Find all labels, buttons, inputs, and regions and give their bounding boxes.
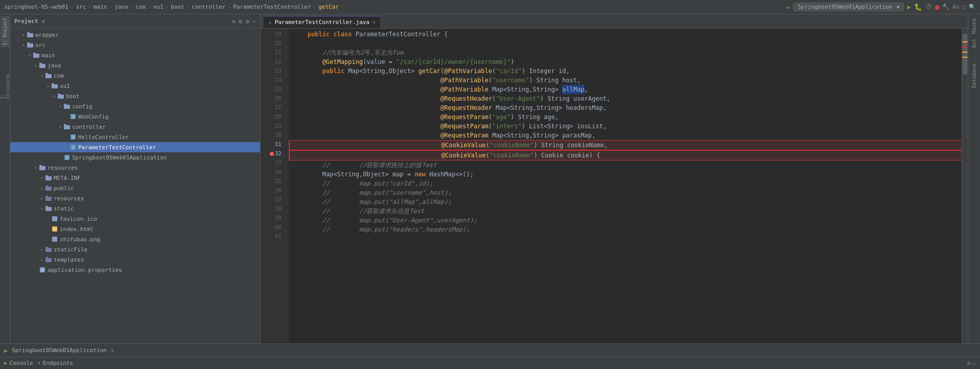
folder-arrow-icon: ▾ bbox=[20, 32, 27, 38]
breadcrumb-item-2[interactable]: main bbox=[94, 4, 107, 10]
settings-gear-icon[interactable]: ⚙ bbox=[967, 360, 971, 366]
stop-icon[interactable]: ■ bbox=[935, 3, 939, 11]
code-line-32: @CookieValue("cookieName") Cookie cookie… bbox=[289, 150, 962, 160]
code-line-36: // map.put("username",host); bbox=[293, 188, 962, 197]
run-config-dropdown[interactable]: Springboot05Web01Application ▼ bbox=[793, 3, 904, 11]
toolbar-right: ↩ Springboot05Web01Application ▼ ▶ 🐛 ⏱ ■… bbox=[786, 3, 976, 11]
breadcrumb-sep-0: › bbox=[71, 4, 74, 10]
locate-icon[interactable]: ⊕ bbox=[232, 18, 236, 25]
breadcrumb-item-1[interactable]: src bbox=[76, 4, 86, 10]
run-tab-close-icon[interactable]: × bbox=[111, 347, 114, 354]
code-editor[interactable]: public class ParameterTestController { /… bbox=[289, 29, 962, 343]
endpoints-tab[interactable]: ⚡ Endpoints bbox=[37, 360, 73, 366]
svg-rect-3 bbox=[27, 42, 30, 44]
sidebar-item-structure[interactable]: 2: Structure bbox=[1, 68, 10, 99]
scroll-marker-3 bbox=[962, 57, 968, 58]
tree-item-label: favicon.ico bbox=[60, 216, 97, 222]
breadcrumb-item-6[interactable]: boot bbox=[171, 4, 184, 10]
tree-item-java[interactable]: ▾java bbox=[10, 60, 260, 71]
svg-text:J: J bbox=[72, 115, 74, 119]
database-panel-toggle[interactable]: Database bbox=[970, 61, 978, 90]
bottom-bar: ▶ Console ⚡ Endpoints ⚙ — bbox=[0, 357, 980, 369]
folder-arrow-icon: ▸ bbox=[39, 246, 45, 252]
tree-item-index.html[interactable]: Hindex.html bbox=[10, 224, 260, 234]
tree-item-label: xu1 bbox=[60, 83, 70, 89]
breadcrumb-item-5[interactable]: xu1 bbox=[153, 4, 164, 10]
svg-rect-0 bbox=[27, 33, 33, 37]
tree-item-src[interactable]: ▾src bbox=[10, 40, 260, 50]
sidebar-item-project[interactable]: 1: Project bbox=[1, 16, 10, 47]
project-dropdown-icon[interactable]: ▼ bbox=[42, 19, 44, 24]
tab-parameter-test-controller[interactable]: ☕ ParameterTestController.java × bbox=[263, 16, 381, 28]
tree-item-xu1[interactable]: ▾xu1 bbox=[10, 81, 260, 91]
editor-scrollbar[interactable] bbox=[962, 29, 968, 343]
ant-panel-toggle[interactable]: Ant bbox=[970, 37, 978, 50]
run-bar: ▶ Springboot05Web01Application × bbox=[0, 343, 980, 357]
tab-close-icon[interactable]: × bbox=[372, 19, 376, 25]
run-with-coverage-icon[interactable]: ⏱ bbox=[925, 3, 932, 11]
code-line-31: @CookieValue("cookieName") String cookie… bbox=[289, 140, 962, 150]
svg-rect-19 bbox=[64, 124, 66, 126]
settings-icon[interactable]: ⚙ bbox=[246, 18, 249, 25]
tree-item-label: templates bbox=[54, 257, 84, 263]
breadcrumb-item-3[interactable]: java bbox=[114, 4, 128, 10]
tree-item-boot[interactable]: ▾boot bbox=[10, 91, 260, 101]
tree-item-parametertestcontroller[interactable]: JParameterTestController bbox=[10, 142, 260, 152]
folder-arrow-icon: ▾ bbox=[45, 83, 51, 89]
tree-item-controller[interactable]: ▾controller bbox=[10, 122, 260, 132]
tree-item-com[interactable]: ▾com bbox=[10, 71, 260, 81]
tree-item-wrapper[interactable]: ▾wrapper bbox=[10, 30, 260, 40]
tree-item-label: resources bbox=[54, 195, 84, 202]
console-tab[interactable]: ▶ Console bbox=[4, 360, 33, 366]
svg-text:H: H bbox=[54, 228, 56, 231]
breadcrumb-sep-7: › bbox=[228, 4, 231, 10]
tree-item-main[interactable]: ▾main bbox=[10, 50, 260, 60]
build-icon[interactable]: 🔨 bbox=[942, 4, 949, 10]
tree-item-templates[interactable]: ▸templates bbox=[10, 255, 260, 265]
minimize-icon[interactable]: — bbox=[972, 360, 976, 366]
close-panel-icon[interactable]: — bbox=[252, 18, 256, 25]
maven-panel-toggle[interactable]: Maven bbox=[970, 16, 978, 36]
breadcrumb-item-9[interactable]: getCar bbox=[318, 4, 339, 10]
breadcrumb-item-8[interactable]: ParameterTestController bbox=[233, 4, 311, 10]
main-layout: 1: Project 2: Structure Project ▼ ⊕ ⊞ ⚙ … bbox=[0, 14, 980, 343]
line-number-31: 31 bbox=[265, 140, 285, 149]
debug-icon[interactable]: 🐛 bbox=[914, 3, 922, 11]
folder-arrow-icon: ▸ bbox=[39, 257, 45, 263]
tree-item-application.properties[interactable]: Papplication.properties bbox=[10, 265, 260, 275]
breadcrumb-sep-6: › bbox=[186, 4, 190, 10]
tree-item-meta-inf[interactable]: ▾META-INF bbox=[10, 173, 260, 183]
navigate-back-icon[interactable]: ↩ bbox=[786, 3, 790, 11]
tree-item-webconfig[interactable]: JWebConfig bbox=[10, 111, 260, 122]
scroll-marker-2 bbox=[962, 52, 968, 53]
tree-item-springboot05web01application[interactable]: JSpringboot05Web01Application bbox=[10, 152, 260, 163]
folder-file-icon bbox=[45, 256, 52, 263]
tree-item-resources[interactable]: ▸resources bbox=[10, 193, 260, 203]
search-icon[interactable]: 🔍 bbox=[969, 4, 976, 10]
tree-item-staticfile[interactable]: ▸staticFile bbox=[10, 244, 260, 255]
breadcrumb-item-4[interactable]: com bbox=[135, 4, 146, 10]
tree-item-label: ParameterTestController bbox=[78, 144, 156, 151]
code-line-33: // //获取请求路径上的值Test bbox=[293, 160, 962, 170]
tab-label: ParameterTestController.java bbox=[275, 19, 369, 26]
svg-text:J: J bbox=[72, 146, 74, 149]
tree-item-public[interactable]: ▸public bbox=[10, 183, 260, 193]
translate-icon[interactable]: Aa bbox=[952, 4, 959, 10]
layout-icon[interactable]: □ bbox=[962, 4, 966, 10]
tree-item-label: index.html bbox=[60, 226, 94, 233]
right-sidebar: Maven Ant Database bbox=[968, 14, 980, 343]
breadcrumb-item-0[interactable]: springboot-05-web01 bbox=[4, 4, 68, 10]
tree-item-config[interactable]: ▾config bbox=[10, 101, 260, 111]
tree-item-favicon.ico[interactable]: favicon.ico bbox=[10, 214, 260, 224]
breadcrumb-item-7[interactable]: controller bbox=[192, 4, 225, 10]
run-icon[interactable]: ▶ bbox=[907, 3, 911, 11]
code-line-20 bbox=[293, 39, 962, 48]
folder-file-icon bbox=[45, 195, 52, 202]
collapse-all-icon[interactable]: ⊞ bbox=[239, 18, 242, 25]
tree-item-hellocontroller[interactable]: JHelloController bbox=[10, 132, 260, 142]
tree-item-zhifubao.png[interactable]: zhifubao.png bbox=[10, 234, 260, 244]
tree-item-resources[interactable]: ▾resources bbox=[10, 163, 260, 173]
folder-file-icon bbox=[45, 184, 52, 192]
tree-item-static[interactable]: ▾static bbox=[10, 203, 260, 214]
tree-item-label: static bbox=[54, 205, 74, 212]
